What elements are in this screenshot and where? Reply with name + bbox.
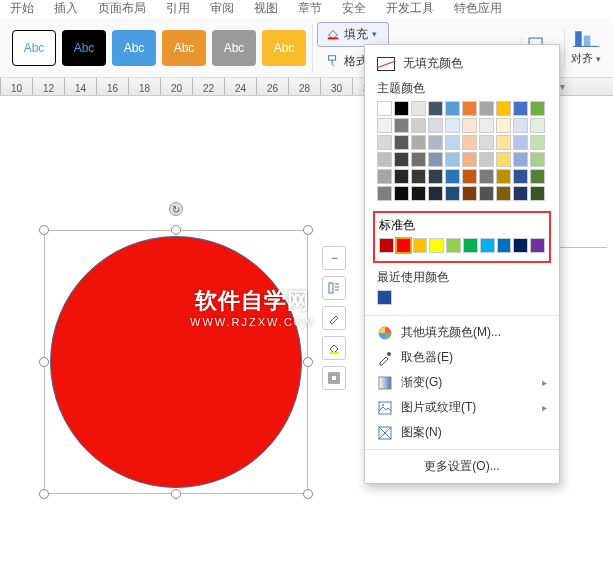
color-swatch[interactable] [445,186,460,201]
pen-tool-button[interactable] [322,306,346,330]
no-fill-option[interactable]: 无填充颜色 [365,51,559,76]
color-swatch[interactable] [496,152,511,167]
color-swatch[interactable] [496,169,511,184]
eyedropper-option[interactable]: 取色器(E) [365,345,559,370]
color-swatch[interactable] [462,152,477,167]
color-swatch[interactable] [429,238,444,253]
color-swatch[interactable] [377,290,392,305]
color-swatch[interactable] [394,135,409,150]
color-swatch[interactable] [377,118,392,133]
color-swatch[interactable] [446,238,461,253]
color-swatch[interactable] [411,169,426,184]
color-swatch[interactable] [396,238,411,253]
color-swatch[interactable] [462,118,477,133]
color-swatch[interactable] [513,101,528,116]
color-swatch[interactable] [462,186,477,201]
menu-item[interactable]: 安全 [342,0,366,17]
menu-item[interactable]: 视图 [254,0,278,17]
resize-handle-w[interactable] [39,357,49,367]
resize-handle-ne[interactable] [303,225,313,235]
align-icon[interactable] [573,29,599,49]
color-swatch[interactable] [377,169,392,184]
layout-options-button[interactable] [322,276,346,300]
color-swatch[interactable] [411,101,426,116]
color-swatch[interactable] [463,238,478,253]
color-swatch[interactable] [497,238,512,253]
color-swatch[interactable] [530,152,545,167]
selected-shape-frame[interactable]: ↻ [44,230,308,494]
picture-texture-option[interactable]: 图片或纹理(T) ▸ [365,395,559,420]
color-swatch[interactable] [445,135,460,150]
circle-shape[interactable] [50,236,302,488]
align-label[interactable]: 对齐▾ [571,51,601,66]
color-swatch[interactable] [462,101,477,116]
menu-item[interactable]: 插入 [54,0,78,17]
ruler-indent-marker[interactable]: ▾ [560,81,565,92]
color-swatch[interactable] [411,152,426,167]
color-swatch[interactable] [530,101,545,116]
color-swatch[interactable] [445,118,460,133]
color-swatch[interactable] [428,101,443,116]
color-swatch[interactable] [479,169,494,184]
color-swatch[interactable] [445,152,460,167]
shape-style-1[interactable]: Abc [12,30,56,66]
zoom-out-button[interactable]: － [322,246,346,270]
color-swatch[interactable] [513,135,528,150]
color-swatch[interactable] [411,135,426,150]
resize-handle-e[interactable] [303,357,313,367]
color-swatch[interactable] [377,135,392,150]
fill-tool-button[interactable] [322,336,346,360]
color-swatch[interactable] [479,118,494,133]
color-swatch[interactable] [530,186,545,201]
fill-button[interactable]: 填充 ▾ [317,22,389,47]
color-swatch[interactable] [394,169,409,184]
resize-handle-nw[interactable] [39,225,49,235]
color-swatch[interactable] [513,152,528,167]
color-swatch[interactable] [496,186,511,201]
color-swatch[interactable] [379,238,394,253]
resize-handle-sw[interactable] [39,489,49,499]
shape-style-4[interactable]: Abc [162,30,206,66]
gradient-option[interactable]: 渐变(G) ▸ [365,370,559,395]
menu-item[interactable]: 审阅 [210,0,234,17]
shape-style-3[interactable]: Abc [112,30,156,66]
color-swatch[interactable] [394,118,409,133]
color-swatch[interactable] [428,135,443,150]
menu-item[interactable]: 页面布局 [98,0,146,17]
color-swatch[interactable] [413,238,428,253]
color-swatch[interactable] [411,186,426,201]
color-swatch[interactable] [377,152,392,167]
color-swatch[interactable] [530,118,545,133]
shape-style-6[interactable]: Abc [262,30,306,66]
color-swatch[interactable] [513,238,528,253]
shape-style-5[interactable]: Abc [212,30,256,66]
color-swatch[interactable] [445,101,460,116]
color-swatch[interactable] [377,101,392,116]
color-swatch[interactable] [394,101,409,116]
color-swatch[interactable] [428,169,443,184]
pattern-option[interactable]: 图案(N) [365,420,559,445]
more-settings-option[interactable]: 更多设置(O)... [365,454,559,479]
menu-item[interactable]: 特色应用 [454,0,502,17]
more-fill-colors-option[interactable]: 其他填充颜色(M)... [365,320,559,345]
color-swatch[interactable] [530,135,545,150]
menu-item[interactable]: 章节 [298,0,322,17]
color-swatch[interactable] [496,135,511,150]
shape-style-2[interactable]: Abc [62,30,106,66]
outline-tool-button[interactable] [322,366,346,390]
color-swatch[interactable] [411,118,426,133]
color-swatch[interactable] [513,118,528,133]
color-swatch[interactable] [428,118,443,133]
color-swatch[interactable] [428,186,443,201]
menu-item[interactable]: 引用 [166,0,190,17]
color-swatch[interactable] [479,101,494,116]
color-swatch[interactable] [394,152,409,167]
color-swatch[interactable] [377,186,392,201]
color-swatch[interactable] [496,118,511,133]
color-swatch[interactable] [479,135,494,150]
color-swatch[interactable] [530,169,545,184]
resize-handle-s[interactable] [171,489,181,499]
color-swatch[interactable] [513,186,528,201]
resize-handle-se[interactable] [303,489,313,499]
color-swatch[interactable] [479,186,494,201]
